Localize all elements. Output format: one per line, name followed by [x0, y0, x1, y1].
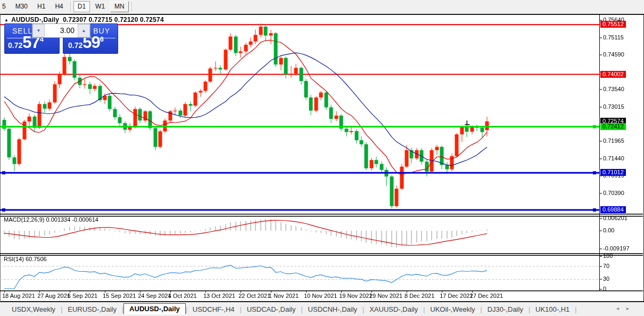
rsi-tick-label: 70	[603, 263, 609, 270]
date-tick-label: 18 Aug 2021	[2, 293, 35, 299]
price-badge-blue: 0.71012	[600, 169, 626, 176]
buy-price-small: 0.72	[68, 41, 82, 50]
timeframe-button-h1[interactable]: H1	[33, 1, 49, 12]
timeframe-button-d1[interactable]: D1	[73, 1, 90, 12]
tab-uk100-h1[interactable]: UK100-,H1	[530, 304, 575, 314]
tab-xauusd-daily[interactable]: XAUUSD-,Daily	[364, 304, 423, 314]
date-tick-label: 22 Oct 2021	[238, 293, 270, 299]
date-tick-label: 6 Sep 2021	[68, 293, 97, 299]
tab-usdx-weekly[interactable]: USDX,Weekly	[6, 304, 61, 314]
tab-scroll-arrows: ◂▸	[616, 305, 637, 311]
volume-input[interactable]: 3.00	[45, 24, 78, 37]
date-tick-label: 27 Dec 2021	[470, 293, 503, 299]
sell-price-small: 0.72	[8, 41, 22, 50]
macd-tick-label: 0.00	[603, 227, 614, 234]
volume-increase-button[interactable]: ▲	[78, 24, 90, 37]
price-tick-label: 0.74590	[603, 51, 624, 58]
rsi-tick-label: 30	[603, 276, 609, 282]
price-badge-red: 0.74002	[600, 71, 626, 78]
toolbar-separator	[131, 2, 132, 12]
timeframe-button-5[interactable]: 5	[0, 1, 10, 12]
date-tick-label: 15 Sep 2021	[103, 293, 136, 299]
date-tick-label: 1 Nov 2021	[269, 293, 299, 299]
buy-price-sup: 6	[100, 35, 104, 43]
tab-usdchf-h4[interactable]: USDCHF-,H4	[187, 304, 240, 314]
price-tick-label: 0.70390	[603, 190, 624, 197]
price-badge-blue: 0.69884	[600, 206, 626, 213]
date-tick-label: 10 Nov 2021	[304, 293, 337, 299]
price-tick-label: 0.73015	[603, 103, 624, 110]
date-tick-label: 19 Nov 2021	[339, 293, 372, 299]
chart-ohlc-values: 0.72307 0.72715 0.72120 0.72574	[63, 16, 164, 23]
volume-decrease-button[interactable]: ▼	[32, 24, 45, 37]
date-tick-label: 8 Dec 2021	[404, 293, 434, 299]
timeframe-toolbar: 5M30H1H4D1W1MN	[0, 0, 644, 13]
timeframe-button-h4[interactable]: H4	[51, 1, 67, 12]
tab-eurusd-daily[interactable]: EURUSD-,Daily	[62, 304, 122, 314]
collapse-triangle-icon[interactable]: ▲	[4, 18, 9, 22]
one-click-trading-panel: SELL 0.72574 BUY 0.72596 ▼ 3.00 ▲	[4, 23, 118, 54]
chart-title: ▲AUDUSD-,Daily 0.72307 0.72715 0.72120 0…	[4, 16, 164, 23]
timeframe-button-m30[interactable]: M30	[11, 1, 32, 12]
chart-symbol-label: AUDUSD-,Daily	[11, 16, 59, 23]
price-tick-label: 0.71965	[603, 137, 624, 144]
tab-usdcad-daily[interactable]: USDCAD-,Daily	[242, 304, 301, 314]
price-tick-label: 0.73540	[603, 86, 624, 93]
rsi-tick-label: 0	[603, 286, 606, 293]
price-tick-label: 0.71440	[603, 155, 624, 162]
macd-tick-label: 0.006201	[603, 215, 628, 222]
price-tick-label: 0.75115	[603, 34, 624, 41]
tab-ukoil-weekly[interactable]: UKOil-,Weekly	[425, 304, 480, 314]
date-tick-label: 29 Nov 2021	[369, 293, 402, 299]
timeframe-button-mn[interactable]: MN	[110, 1, 129, 12]
date-tick-label: 13 Oct 2021	[203, 293, 235, 299]
rsi-label: RSI(14) 60.7506	[4, 256, 47, 262]
date-tick-label: 4 Oct 2021	[168, 293, 197, 299]
date-tick-label: 17 Dec 2021	[440, 293, 473, 299]
volume-box: ▼ 3.00 ▲	[32, 23, 90, 38]
rsi-tick-label: 100	[603, 253, 613, 260]
toolbar-separator	[70, 2, 71, 12]
mt4-window: 5M30H1H4D1W1MN ▲AUDUSD-,Daily 0.72307 0.…	[0, 0, 644, 316]
date-tick-label: 24 Sep 2021	[138, 293, 171, 299]
tab-usdcnh-daily[interactable]: USDCNH-,Daily	[303, 304, 362, 314]
price-badge-red: 0.75512	[600, 21, 626, 28]
price-badge-green: 0.72412	[600, 123, 626, 130]
tab-separator: |	[575, 306, 576, 313]
date-tick-label: 27 Aug 2021	[37, 293, 70, 299]
tab-scroll-left-icon[interactable]: ◂	[616, 305, 626, 311]
tab-dj30-daily[interactable]: DJ30-,Daily	[482, 304, 529, 314]
chart-tab-bar: USDX,Weekly|EURUSD-,Daily|AUDUSD-,Daily|…	[0, 303, 644, 316]
tab-audusd-daily[interactable]: AUDUSD-,Daily	[123, 303, 186, 314]
macd-tick-label: -0.009197	[603, 245, 630, 252]
macd-label: MACD(12,26,9) 0.001334 -0.000614	[4, 216, 98, 223]
timeframe-button-w1[interactable]: W1	[91, 1, 109, 12]
chart-canvas[interactable]	[0, 14, 644, 302]
tab-scroll-right-icon[interactable]: ▸	[626, 305, 637, 311]
